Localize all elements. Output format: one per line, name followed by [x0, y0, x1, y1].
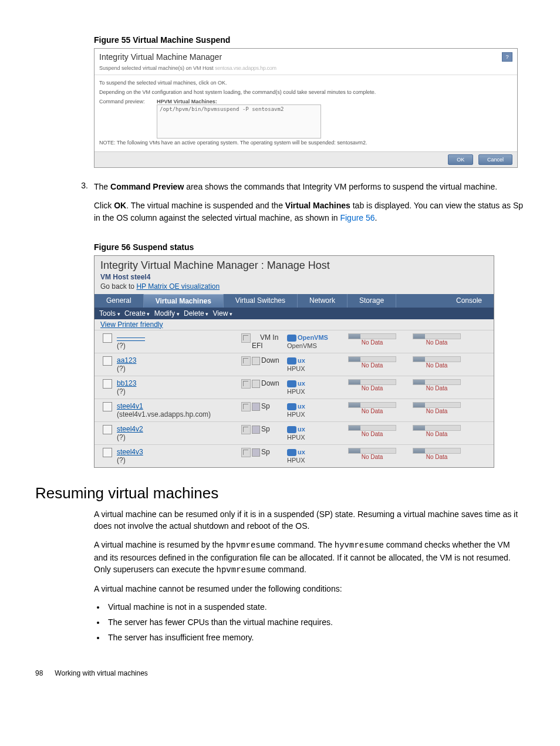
vm-name-link[interactable]: bb123	[117, 379, 136, 387]
instruction-line-1: To suspend the selected virtual machines…	[99, 80, 512, 86]
help-button[interactable]: ?	[502, 52, 512, 62]
os-name: ux	[298, 357, 305, 364]
suspended-icon	[252, 403, 260, 411]
usage-bar	[413, 333, 461, 339]
manage-host-panel: Integrity Virtual Machine Manager : Mana…	[94, 255, 494, 468]
menu-delete[interactable]: Delete	[184, 309, 208, 318]
table-row: aa123(?)DownuxHPUXNo DataNo Data	[95, 353, 494, 376]
back-link-line: Go back to HP Matrix OE visualization	[95, 282, 494, 294]
no-data-label: No Data	[404, 385, 469, 391]
dialog-title: Integrity Virtual Machine Manager	[99, 52, 222, 62]
cancel-button[interactable]: Cancel	[478, 154, 512, 165]
table-row: ————(?)VM InEFIOpenVMSOpenVMSNo DataNo D…	[95, 330, 494, 353]
os-version: OpenVMS	[287, 342, 317, 349]
vm-state: Sp	[261, 402, 270, 410]
no-data-label: No Data	[340, 339, 404, 346]
down-icon	[252, 357, 260, 365]
row-checkbox[interactable]	[103, 379, 112, 389]
usage-bar	[413, 379, 461, 385]
no-data-label: No Data	[404, 339, 469, 346]
edit-icon[interactable]	[241, 448, 251, 457]
tab-virtual-machines[interactable]: Virtual Machines	[144, 294, 224, 308]
down-icon	[252, 380, 260, 388]
vm-state2: EFI	[252, 342, 263, 350]
edit-icon[interactable]	[241, 402, 251, 411]
instruction-line-2: Depending on the VM configuration and ho…	[99, 89, 512, 95]
no-data-label: No Data	[340, 385, 404, 391]
row-checkbox[interactable]	[103, 448, 112, 457]
list-item: The server has fewer CPUs than the virtu…	[106, 617, 525, 627]
conditions-list: Virtual machine is not in a suspended st…	[106, 602, 525, 642]
list-item: Virtual machine is not in a suspended st…	[106, 602, 525, 612]
page-footer: 98 Working with virtual machines	[35, 669, 525, 677]
vm-name-link[interactable]: steel4v2	[117, 425, 143, 433]
no-data-label: No Data	[404, 431, 469, 437]
step-number: 3.	[70, 181, 94, 231]
row-checkbox[interactable]	[103, 356, 112, 366]
figure-55-caption: Figure 55 Virtual Machine Suspend	[94, 35, 525, 45]
usage-bar	[413, 356, 461, 362]
menu-view[interactable]: View	[213, 309, 232, 318]
usage-bar	[348, 402, 396, 408]
menu-tools[interactable]: Tools	[99, 309, 120, 318]
resume-para3: A virtual machine cannot be resumed unde…	[94, 583, 525, 595]
edit-icon[interactable]	[241, 333, 251, 343]
edit-icon[interactable]	[241, 356, 251, 366]
row-checkbox[interactable]	[103, 425, 112, 434]
tab-bar: GeneralVirtual MachinesVirtual SwitchesN…	[95, 294, 494, 308]
ok-button[interactable]: OK	[448, 154, 473, 165]
vm-name-link[interactable]: steel4v3	[117, 448, 143, 456]
menu-create[interactable]: Create	[124, 309, 150, 318]
back-link[interactable]: HP Matrix OE visualization	[136, 282, 220, 291]
step3-para2: Click OK. The virtual machine is suspend…	[94, 200, 525, 224]
chapter-title: Working with virtual machines	[55, 669, 148, 677]
no-data-label: No Data	[404, 362, 469, 369]
tab-general[interactable]: General	[95, 294, 144, 308]
table-row: bb123(?)DownuxHPUXNo DataNo Data	[95, 376, 494, 399]
os-logo-icon	[287, 335, 296, 342]
tab-storage[interactable]: Storage	[348, 294, 396, 308]
os-version: HPUX	[287, 434, 305, 441]
os-name: OpenVMS	[298, 334, 328, 341]
command-preview-text: /opt/hpvm/bin/hpvmsuspend -P sentosavm2	[157, 104, 321, 139]
row-checkbox[interactable]	[103, 333, 112, 343]
vm-state: Down	[261, 356, 279, 364]
section-heading: Resuming virtual machines	[35, 484, 525, 502]
tab-virtual-switches[interactable]: Virtual Switches	[224, 294, 298, 308]
vm-subtext: (?)	[117, 387, 126, 396]
usage-bar	[348, 356, 396, 362]
os-logo-icon	[287, 380, 296, 387]
tab-network[interactable]: Network	[298, 294, 348, 308]
row-checkbox[interactable]	[103, 402, 112, 411]
table-row: steel4v2(?)SpuxHPUXNo DataNo Data	[95, 421, 494, 444]
no-data-label: No Data	[340, 431, 404, 437]
vm-subtext: (?)	[117, 342, 126, 350]
vm-state: Down	[261, 379, 279, 387]
no-data-label: No Data	[404, 408, 469, 414]
usage-bar	[348, 379, 396, 385]
vm-state: Sp	[261, 448, 270, 456]
usage-bar	[348, 425, 396, 431]
no-data-label: No Data	[404, 454, 469, 460]
vm-state: VM In	[260, 333, 278, 342]
suspend-note: NOTE: The following VMs have an active o…	[99, 140, 512, 146]
vm-subtext: (steel4v1.vse.adapps.hp.com)	[117, 410, 211, 418]
edit-icon[interactable]	[241, 379, 251, 389]
edit-icon[interactable]	[241, 425, 251, 434]
subtitle-prefix: Suspend selected virtual machine(s) on V…	[99, 65, 215, 71]
tab-console[interactable]: Console	[444, 294, 494, 308]
vm-name-link[interactable]: steel4v1	[117, 402, 143, 410]
usage-bar	[348, 448, 396, 454]
vm-subtext: (?)	[117, 364, 126, 373]
figure-56-link[interactable]: Figure 56	[340, 213, 375, 222]
usage-bar	[413, 448, 461, 454]
printer-friendly-link[interactable]: View Printer friendly	[100, 320, 163, 329]
menu-modify[interactable]: Modify	[154, 309, 180, 318]
vm-state: Sp	[261, 425, 270, 433]
usage-bar	[413, 402, 461, 408]
vm-name-link[interactable]: ————	[117, 333, 145, 342]
vmin-icon	[252, 335, 259, 342]
os-version: HPUX	[287, 411, 305, 418]
subtitle-host: sentosa.vse.adapps.hp.com	[215, 65, 276, 71]
vm-name-link[interactable]: aa123	[117, 356, 136, 364]
